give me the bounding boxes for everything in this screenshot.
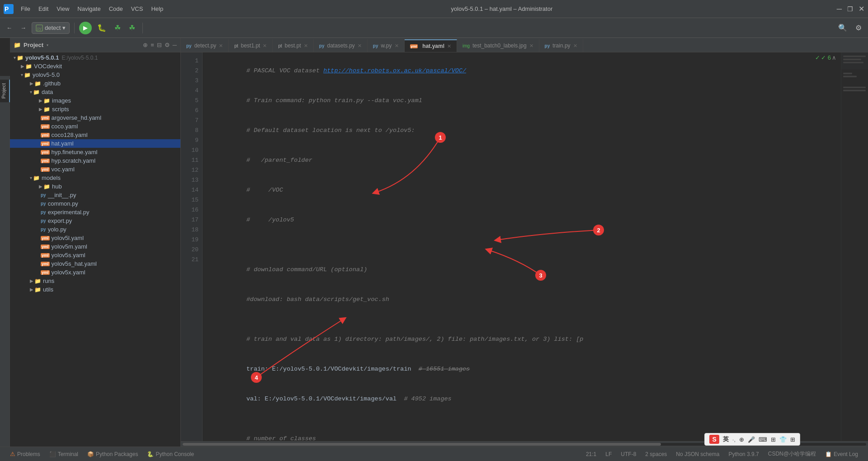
coverage-button[interactable]: ☘ xyxy=(112,22,123,34)
tree-item-init[interactable]: py __init__.py xyxy=(10,191,180,199)
close-tab-w[interactable]: ✕ xyxy=(395,43,399,49)
status-encoding[interactable]: UTF-8 xyxy=(616,451,641,457)
tab-test-batch[interactable]: img test_batch0_labels.jpg ✕ xyxy=(457,39,539,52)
minimize-button[interactable]: ─ xyxy=(837,5,842,13)
tree-item-scripts[interactable]: ▶ 📁 scripts xyxy=(10,105,180,113)
close-tab-test[interactable]: ✕ xyxy=(529,43,533,49)
tree-item-models[interactable]: ▾ 📁 models xyxy=(10,174,180,182)
tab-best-pt[interactable]: pt best.pt ✕ xyxy=(273,39,313,52)
code-content[interactable]: # PASCAL VOC dataset http://host.robots.… xyxy=(203,52,841,441)
tree-item-yolopy[interactable]: py yolo.py xyxy=(10,225,180,234)
ime-lang[interactable]: 英 xyxy=(723,435,729,443)
run-button[interactable]: ▶ xyxy=(79,22,92,34)
tree-item-yolov5[interactable]: ▾ 📁 yolov5-5.0 xyxy=(10,71,180,79)
expand-icon[interactable]: ∧ xyxy=(832,54,836,61)
menu-vcs[interactable]: VCS xyxy=(127,4,147,14)
tree-item-hatyaml[interactable]: yml hat.yaml xyxy=(10,139,180,148)
tree-item-data[interactable]: ▾ 📁 data xyxy=(10,88,180,96)
indent-text: 2 spaces xyxy=(645,451,667,457)
status-terminal[interactable]: ⬛ Terminal xyxy=(45,451,83,457)
sidebar-dropdown-icon[interactable]: ▾ xyxy=(46,42,49,48)
toolbar-separator-2 xyxy=(142,23,143,33)
settings-button[interactable]: ⚙ xyxy=(853,22,864,34)
close-tab-train[interactable]: ✕ xyxy=(573,43,577,49)
tree-item-yolov5s[interactable]: yml yolov5s.yaml xyxy=(10,251,180,259)
status-csdn[interactable]: CSDN@小哈学编程 xyxy=(764,450,821,458)
ime-icon-5[interactable]: 👕 xyxy=(779,436,787,443)
detect-dropdown[interactable]: py detect ▾ xyxy=(32,22,70,34)
code-line-10: #download: bash data/scripts/get_voc.sh xyxy=(210,285,834,315)
line-num-13: 13 xyxy=(181,175,202,185)
tab-detect-py[interactable]: py detect.py ✕ xyxy=(181,39,229,52)
close-tab-detect[interactable]: ✕ xyxy=(219,43,223,49)
tree-item-common[interactable]: py common.py xyxy=(10,199,180,208)
tree-item-yolov5shat[interactable]: yml yolov5s_hat.yaml xyxy=(10,259,180,268)
search-everywhere-button[interactable]: 🔍 xyxy=(835,22,850,34)
tree-item-github[interactable]: ▶ 📁 .github xyxy=(10,79,180,88)
close-tab-best[interactable]: ✕ xyxy=(304,43,308,49)
menu-navigate[interactable]: Navigate xyxy=(74,4,104,14)
ime-icon-6[interactable]: ⊞ xyxy=(790,436,795,443)
tree-item-coco[interactable]: yml coco.yaml xyxy=(10,122,180,131)
project-tab[interactable]: Project xyxy=(0,80,10,102)
close-button[interactable]: ✕ xyxy=(859,5,864,13)
tree-item-images[interactable]: ▶ 📁 images xyxy=(10,96,180,105)
tree-item-hypscratch[interactable]: yml hyp.scratch.yaml xyxy=(10,156,180,165)
ime-icon-2[interactable]: 🎤 xyxy=(748,436,755,443)
ime-icon-3[interactable]: ⌨ xyxy=(759,436,767,443)
csdn-text: CSDN@小哈学编程 xyxy=(768,450,816,458)
sidebar-locate-button[interactable]: ⊕ xyxy=(143,42,148,48)
menu-file[interactable]: File xyxy=(17,4,34,14)
tree-item-utils[interactable]: ▶ 📁 utils xyxy=(10,285,180,294)
status-event-log[interactable]: 📋 Event Log xyxy=(821,451,863,457)
sidebar-hide-button[interactable]: ─ xyxy=(173,42,177,48)
sidebar-expand-button[interactable]: ≡ xyxy=(151,42,154,48)
tree-item-yolov5l[interactable]: yml yolov5l.yaml xyxy=(10,234,180,242)
tree-item-experimental[interactable]: py experimental.py xyxy=(10,208,180,216)
terminal-icon: ⬛ xyxy=(49,451,56,457)
menu-code[interactable]: Code xyxy=(105,4,127,14)
status-python-version[interactable]: Python 3.9.7 xyxy=(724,451,763,457)
tab-hat-yaml[interactable]: yml hat.yaml ✕ xyxy=(405,39,457,52)
tree-item-coco128[interactable]: yml coco128.yaml xyxy=(10,131,180,139)
sidebar-title: Project xyxy=(24,42,43,48)
ime-icon-1[interactable]: ⊕ xyxy=(739,436,744,443)
tree-item-hypfinetune[interactable]: yml hyp.finetune.yaml xyxy=(10,148,180,156)
tree-item-export[interactable]: py export.py xyxy=(10,216,180,225)
tree-item-runs[interactable]: ▶ 📁 runs xyxy=(10,277,180,285)
tree-item-yolov5x[interactable]: yml yolov5x.yaml xyxy=(10,268,180,277)
sidebar-settings-button[interactable]: ⚙ xyxy=(165,42,170,48)
status-python-packages[interactable]: 📦 Python Packages xyxy=(83,451,142,457)
tree-item-argoverse[interactable]: yml argoverse_hd.yaml xyxy=(10,113,180,122)
forward-button[interactable]: → xyxy=(18,23,29,33)
debug-button[interactable]: 🐛 xyxy=(94,22,109,34)
tree-root[interactable]: ▾ 📁 yolov5-5.0.1 E:/yolov5-5.0.1 xyxy=(10,53,180,62)
close-tab-hat[interactable]: ✕ xyxy=(447,43,451,49)
main-layout: Project 📁 Project ▾ ⊕ ≡ ⊟ ⚙ ─ ▾ 📁 xyxy=(0,38,868,447)
status-position[interactable]: 21:1 xyxy=(581,451,601,457)
status-schema[interactable]: No JSON schema xyxy=(671,451,724,457)
tree-item-vocdevkit[interactable]: ▶ 📁 VOCdevkit xyxy=(10,62,180,71)
back-button[interactable]: ← xyxy=(4,23,15,33)
status-line-ending[interactable]: LF xyxy=(601,451,616,457)
tab-train-py[interactable]: py train.py ✕ xyxy=(539,39,583,52)
tab-best1-pt[interactable]: pt best1.pt ✕ xyxy=(229,39,273,52)
coverage-button-2[interactable]: ☘ xyxy=(126,22,138,34)
sidebar-collapse-button[interactable]: ⊟ xyxy=(157,42,162,48)
status-python-console[interactable]: 🐍 Python Console xyxy=(142,451,198,457)
tab-datasets-py[interactable]: py datasets.py ✕ xyxy=(314,39,368,52)
close-tab-datasets[interactable]: ✕ xyxy=(358,43,362,49)
tree-item-vocyaml[interactable]: yml voc.yaml xyxy=(10,165,180,174)
menu-view[interactable]: View xyxy=(53,4,73,14)
ime-icon-4[interactable]: ⊞ xyxy=(771,436,776,443)
tree-item-hub[interactable]: ▶ 📁 hub xyxy=(10,182,180,191)
status-indent[interactable]: 2 spaces xyxy=(641,451,671,457)
tab-w-py[interactable]: py w.py ✕ xyxy=(368,39,405,52)
menu-edit[interactable]: Edit xyxy=(35,4,52,14)
tree-item-yolov5m[interactable]: yml yolov5m.yaml xyxy=(10,242,180,251)
scrollbar-thumb[interactable] xyxy=(183,443,661,446)
maximize-button[interactable]: ❐ xyxy=(847,5,853,13)
menu-help[interactable]: Help xyxy=(147,4,167,14)
close-tab-best1[interactable]: ✕ xyxy=(263,43,267,49)
status-problems[interactable]: ⚠ Problems xyxy=(5,451,45,457)
